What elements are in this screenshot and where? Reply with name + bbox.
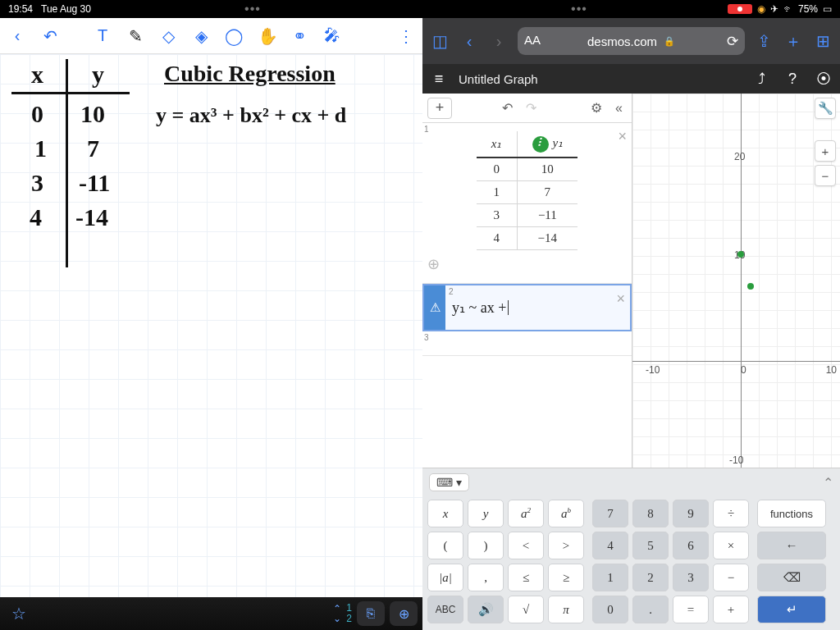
- tabs-icon[interactable]: ⊞: [812, 31, 833, 51]
- zoom-in-button[interactable]: +: [815, 140, 836, 162]
- key-backspace[interactable]: ⌫: [757, 564, 826, 591]
- keyboard-right-group: functions ← ⌫ ↵: [757, 500, 826, 623]
- key-enter[interactable]: ↵: [757, 596, 826, 623]
- r0y: 10: [80, 100, 105, 128]
- key-abs[interactable]: |a|: [427, 564, 463, 591]
- key-ab[interactable]: ab: [548, 500, 584, 527]
- key-ge[interactable]: ≥: [548, 564, 584, 591]
- expr-row-3[interactable]: 3: [422, 331, 632, 356]
- link-tool-icon[interactable]: ⚭: [290, 26, 308, 46]
- keyboard-toggle[interactable]: ⌨ ▾: [429, 473, 469, 491]
- language-icon[interactable]: ⦿: [812, 71, 835, 88]
- clipboard-icon[interactable]: ⎘: [357, 601, 385, 626]
- r3y: -14: [75, 203, 108, 231]
- key-pi[interactable]: π: [548, 596, 584, 623]
- favorite-icon[interactable]: ☆: [5, 600, 33, 627]
- key-abc[interactable]: ABC: [427, 596, 463, 623]
- zoom-icon[interactable]: ⊕: [390, 601, 418, 626]
- key-0[interactable]: 0: [592, 596, 628, 623]
- sidebar-icon[interactable]: ◫: [429, 31, 450, 51]
- undo-button[interactable]: ↶: [498, 100, 517, 116]
- mic-tool-icon[interactable]: 🎤︎: [323, 26, 341, 45]
- delete-row-icon[interactable]: ×: [616, 290, 625, 308]
- regression-input[interactable]: y₁ ~ ax +: [445, 285, 630, 330]
- settings-icon[interactable]: ⚙: [587, 100, 606, 116]
- nav-forward-icon[interactable]: ›: [488, 32, 509, 51]
- highlighter-tool-icon[interactable]: ◈: [192, 26, 210, 46]
- key-dot[interactable]: .: [632, 596, 669, 623]
- add-expression-button[interactable]: +: [427, 98, 452, 119]
- tbl-head-x[interactable]: x₁: [477, 131, 517, 158]
- key-rparen[interactable]: ): [468, 532, 504, 559]
- zoom-out-button[interactable]: −: [815, 165, 836, 186]
- eraser-tool-icon[interactable]: ◇: [159, 26, 177, 46]
- text-size-icon[interactable]: AA: [524, 33, 541, 47]
- tbl-head-y[interactable]: y₁: [517, 131, 578, 158]
- key-le[interactable]: ≤: [508, 564, 544, 591]
- collapse-panel-icon[interactable]: «: [611, 101, 627, 116]
- key-comma[interactable]: ,: [468, 564, 504, 591]
- multitask-dots-left[interactable]: •••: [244, 2, 261, 16]
- shape-tool-icon[interactable]: ✋: [258, 26, 276, 46]
- lasso-tool-icon[interactable]: ◯: [225, 26, 243, 46]
- graph-canvas[interactable]: 20 10 0 -10 10 -10 🔧 + −: [632, 94, 840, 468]
- expr-row-1[interactable]: 1 × x₁ y₁ 010 17 3−11 4−14: [422, 123, 632, 284]
- key-lt[interactable]: <: [508, 532, 544, 559]
- redo-button[interactable]: ↷: [522, 100, 541, 116]
- key-8[interactable]: 8: [632, 500, 669, 527]
- key-functions[interactable]: functions: [757, 500, 826, 527]
- key-audio[interactable]: 🔊: [468, 596, 504, 623]
- page-arrows[interactable]: ⌃⌄: [333, 604, 341, 623]
- key-minus[interactable]: −: [713, 564, 749, 591]
- multitask-dots-right[interactable]: •••: [571, 2, 587, 16]
- key-1[interactable]: 1: [592, 564, 628, 591]
- key-div[interactable]: ÷: [713, 500, 749, 527]
- key-9[interactable]: 9: [673, 500, 709, 527]
- recording-indicator[interactable]: [728, 4, 752, 14]
- zoom-fit-icon[interactable]: ⊕: [427, 256, 440, 272]
- undo-icon[interactable]: ↶: [41, 26, 59, 46]
- reload-icon[interactable]: ⟳: [727, 33, 738, 50]
- more-menu-icon[interactable]: ⋮: [398, 26, 414, 46]
- share-icon[interactable]: ⇪: [753, 31, 774, 51]
- data-point[interactable]: [747, 283, 754, 290]
- key-a2[interactable]: a2: [508, 500, 544, 527]
- notes-canvas[interactable]: Cubic Regression y = ax³ + bx² + cx + d …: [0, 54, 422, 597]
- desmos-table[interactable]: x₁ y₁ 010 17 3−11 4−14: [477, 131, 578, 250]
- series-color-badge[interactable]: [532, 136, 549, 153]
- key-5[interactable]: 5: [632, 532, 669, 559]
- wrench-icon[interactable]: 🔧: [815, 98, 836, 119]
- nav-back-icon[interactable]: ‹: [459, 32, 480, 51]
- y-axis: [741, 94, 742, 468]
- key-7[interactable]: 7: [592, 500, 628, 527]
- lock-icon: 🔒: [664, 36, 675, 47]
- key-mul[interactable]: ×: [713, 532, 749, 559]
- pen-tool-icon[interactable]: ✎: [126, 26, 144, 46]
- back-icon[interactable]: ‹: [8, 26, 26, 45]
- key-3[interactable]: 3: [673, 564, 709, 591]
- key-y[interactable]: y: [468, 500, 504, 527]
- url-field[interactable]: desmos.com 🔒: [518, 27, 745, 55]
- data-point[interactable]: [737, 251, 744, 258]
- new-tab-icon[interactable]: ＋: [783, 30, 804, 52]
- key-6[interactable]: 6: [673, 532, 709, 559]
- expr-row-2[interactable]: ⚠ y₁ ~ ax + 2 ×: [422, 284, 632, 331]
- th-x: x: [31, 61, 43, 89]
- key-lparen[interactable]: (: [427, 532, 463, 559]
- key-gt[interactable]: >: [548, 532, 584, 559]
- key-4[interactable]: 4: [592, 532, 628, 559]
- text-tool-icon[interactable]: T: [94, 26, 112, 45]
- key-sqrt[interactable]: √: [508, 596, 544, 623]
- key-eq[interactable]: =: [673, 596, 709, 623]
- key-x[interactable]: x: [427, 500, 463, 527]
- keyboard-collapse-icon[interactable]: ⌃: [823, 475, 833, 491]
- share-graph-icon[interactable]: ⤴: [750, 71, 773, 88]
- key-left-arrow[interactable]: ←: [757, 532, 826, 559]
- key-plus[interactable]: +: [713, 596, 749, 623]
- key-2[interactable]: 2: [632, 564, 669, 591]
- hamburger-icon[interactable]: ≡: [427, 71, 450, 88]
- graph-title[interactable]: Untitled Graph: [459, 72, 742, 86]
- help-icon[interactable]: ?: [781, 71, 804, 88]
- warning-badge[interactable]: ⚠: [424, 285, 445, 330]
- delete-row-icon[interactable]: ×: [618, 128, 627, 145]
